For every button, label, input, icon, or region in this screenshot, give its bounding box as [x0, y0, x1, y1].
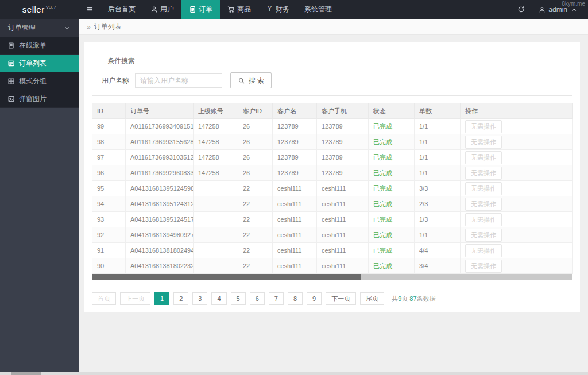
cell-id: 92 [92, 227, 126, 243]
cell-count: 1/1 [415, 227, 461, 243]
page-button-last[interactable]: 尾页 [360, 292, 384, 305]
page-button-first[interactable]: 首页 [92, 292, 116, 305]
column-header-status: 状态 [369, 103, 415, 119]
cell-action: 无需操作 [461, 165, 573, 181]
search-fieldset: 条件搜索 用户名称 搜 索 [92, 56, 572, 96]
no-action-button[interactable]: 无需操作 [465, 120, 502, 133]
cell-customer_id: 22 [238, 258, 273, 274]
sidebar-item-label: 模式分组 [19, 76, 47, 86]
nav-item-goods[interactable]: 商品 [220, 0, 258, 19]
no-action-button[interactable]: 无需操作 [465, 244, 502, 257]
username-search-input[interactable] [135, 73, 222, 88]
sidebar-item-label: 弹窗图片 [19, 94, 47, 104]
cell-action: 无需操作 [461, 134, 573, 150]
cell-status: 已完成 [369, 181, 415, 196]
page-button-page-1[interactable]: 1 [154, 292, 169, 305]
table-row: 98A0116173699315562814725826123789123789… [92, 134, 573, 150]
page-button-page-3[interactable]: 3 [192, 292, 207, 305]
cell-parent_account [194, 243, 238, 258]
menu-toggle-button[interactable] [79, 0, 100, 19]
no-action-button[interactable]: 无需操作 [465, 229, 502, 242]
page-button-page-8[interactable]: 8 [288, 292, 303, 305]
cell-id: 99 [92, 119, 126, 134]
cell-count: 1/1 [415, 150, 461, 165]
cell-count: 1/1 [415, 134, 461, 150]
chevron-down-icon [63, 24, 71, 32]
cell-customer_name: 123789 [273, 165, 317, 181]
search-button[interactable]: 搜 索 [230, 72, 272, 88]
page-button-next[interactable]: 下一页 [326, 292, 356, 305]
no-action-button[interactable]: 无需操作 [465, 213, 502, 226]
no-action-button[interactable]: 无需操作 [465, 136, 502, 149]
cell-id: 94 [92, 196, 126, 212]
nav-item-label: 订单 [199, 5, 212, 14]
page-button-page-9[interactable]: 9 [307, 292, 322, 305]
main-content: » 订单列表 条件搜索 用户名称 搜 索 ID订单号上级账号客户ID客户名客户手… [79, 19, 588, 372]
page-button-page-5[interactable]: 5 [231, 292, 246, 305]
table-scrollbar-thumb[interactable] [92, 274, 361, 280]
cell-id: 98 [92, 134, 126, 150]
page-button-page-4[interactable]: 4 [211, 292, 226, 305]
cell-count: 1/1 [415, 165, 461, 181]
document-icon [189, 6, 196, 13]
sidebar-item-order-list[interactable]: 订单列表 [0, 55, 79, 72]
table-row: 97A0116173699310351214725826123789123789… [92, 150, 573, 165]
no-action-button[interactable]: 无需操作 [465, 198, 502, 211]
page-scrollbar-thumb[interactable] [11, 372, 41, 375]
cell-parent_account [194, 196, 238, 212]
nav-item-user[interactable]: 用户 [143, 0, 181, 19]
cell-customer_id: 22 [238, 212, 273, 227]
cell-customer_name: 123789 [273, 134, 317, 150]
cell-customer_name: ceshi111 [273, 227, 317, 243]
page-button-page-7[interactable]: 7 [269, 292, 284, 305]
cell-customer_phone: 123789 [317, 150, 369, 165]
cell-customer_name: ceshi111 [273, 196, 317, 212]
page-horizontal-scrollbar[interactable] [0, 372, 588, 375]
nav-item-system[interactable]: 系统管理 [297, 0, 339, 19]
cell-customer_name: 123789 [273, 150, 317, 165]
cell-parent_account [194, 258, 238, 274]
table-row: 96A0116173699296083314725826123789123789… [92, 165, 573, 181]
cell-action: 无需操作 [461, 150, 573, 165]
column-header-count: 单数 [415, 103, 461, 119]
cell-count: 1/1 [415, 119, 461, 134]
pagination: 首页上一页123456789下一页尾页共9页 87条数据 [92, 292, 572, 305]
cell-order_no: A01161736993103512 [126, 150, 194, 165]
page-button-page-6[interactable]: 6 [250, 292, 265, 305]
breadcrumb-label: 订单列表 [94, 22, 122, 32]
nav-item-order[interactable]: 订单 [181, 0, 220, 19]
cell-customer_id: 22 [238, 227, 273, 243]
page-button-page-2[interactable]: 2 [173, 292, 188, 305]
cell-action: 无需操作 [461, 196, 573, 212]
page-button-prev[interactable]: 上一页 [120, 292, 150, 305]
cell-customer_id: 26 [238, 165, 273, 181]
refresh-button[interactable] [509, 0, 532, 19]
cell-order_no: A01161736993155628 [126, 134, 194, 150]
sidebar-item-popup-image[interactable]: 弹窗图片 [0, 90, 79, 108]
sidebar-submenu: 在线派单订单列表模式分组弹窗图片 [0, 37, 79, 108]
column-header-customer_id: 客户ID [238, 103, 273, 119]
cell-customer_name: ceshi111 [273, 181, 317, 196]
no-action-button[interactable]: 无需操作 [465, 182, 502, 195]
no-action-button[interactable]: 无需操作 [465, 260, 502, 273]
cell-status: 已完成 [369, 212, 415, 227]
user-icon [150, 6, 158, 13]
no-action-button[interactable]: 无需操作 [465, 167, 502, 180]
user-icon [538, 6, 546, 13]
table-horizontal-scrollbar[interactable] [92, 274, 572, 280]
sidebar-item-online-dispatch[interactable]: 在线派单 [0, 37, 79, 55]
breadcrumb: » 订单列表 [79, 19, 588, 35]
nav-item-label: 商品 [237, 5, 251, 14]
cell-id: 97 [92, 150, 126, 165]
nav-item-home[interactable]: 后台首页 [100, 0, 143, 19]
sidebar-item-mode-group[interactable]: 模式分组 [0, 72, 79, 90]
nav-item-finance[interactable]: ¥财务 [258, 0, 297, 19]
watermark-text: 8kym.me [562, 1, 585, 7]
cell-status: 已完成 [369, 243, 415, 258]
cell-customer_name: 123789 [273, 119, 317, 134]
cell-customer_phone: ceshi111 [317, 196, 369, 212]
sidebar-group-order-management[interactable]: 订单管理 [0, 19, 79, 37]
cell-customer_phone: 123789 [317, 119, 369, 134]
no-action-button[interactable]: 无需操作 [465, 151, 502, 164]
cell-customer_id: 26 [238, 134, 273, 150]
